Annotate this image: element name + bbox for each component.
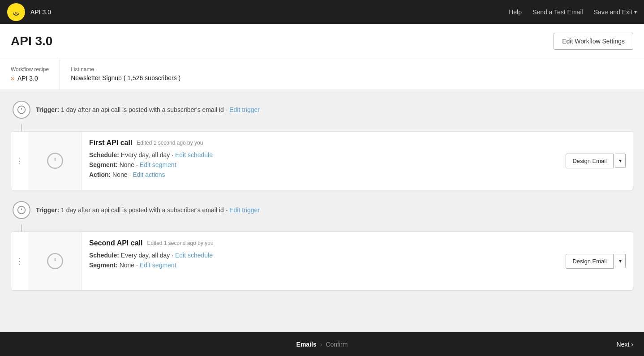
trigger-text-1: Trigger: 1 day after an api call is post… (36, 106, 260, 113)
card-body-1: First API call Edited 1 second ago by yo… (82, 132, 558, 190)
email-section-1: Trigger: 1 day after an api call is post… (11, 101, 633, 190)
page-header: API 3.0 Edit Workflow Settings (0, 24, 644, 59)
edit-schedule-2-link[interactable]: Edit schedule (175, 252, 213, 259)
edit-segment-1-link[interactable]: Edit segment (140, 161, 176, 168)
connector-1 (21, 124, 22, 131)
workflow-arrows-icon: » (11, 74, 15, 82)
card-thumbnail-2 (28, 232, 82, 290)
step-confirm[interactable]: Confirm (326, 341, 348, 348)
design-email-1-dropdown[interactable]: ▾ (615, 154, 626, 168)
card-actions-2: Design Email ▾ (558, 232, 633, 290)
trigger-row-2: Trigger: 1 day after an api call is post… (13, 201, 633, 219)
svg-point-2 (15, 12, 16, 13)
list-name-label: List name (71, 66, 180, 73)
list-name-section: List name Newsletter Signup ( 1,526 subs… (60, 59, 191, 90)
edit-actions-1-link[interactable]: Edit actions (133, 171, 165, 178)
top-nav: API 3.0 Help Send a Test Email Save and … (0, 0, 644, 24)
list-name-value: Newsletter Signup ( 1,526 subscribers ) (71, 74, 180, 81)
chevron-down-icon: ▾ (634, 9, 637, 15)
step-emails[interactable]: Emails (296, 341, 317, 348)
edit-trigger-2-link[interactable]: Edit trigger (229, 206, 260, 214)
design-email-1-button[interactable]: Design Email (566, 154, 614, 168)
card-2-title: Second API call (89, 239, 142, 247)
page-title: API 3.0 (11, 34, 52, 48)
edit-segment-2-link[interactable]: Edit segment (140, 262, 176, 269)
drag-handle-2[interactable]: ⋮ (11, 232, 28, 290)
edit-workflow-settings-button[interactable]: Edit Workflow Settings (554, 33, 633, 50)
card-thumbnail-1 (28, 132, 82, 190)
email-card-1: ⋮ First API call Edited 1 second ago by … (11, 131, 633, 190)
help-link[interactable]: Help (509, 9, 522, 16)
trigger-text-2: Trigger: 1 day after an api call is post… (36, 206, 260, 214)
drag-handle-1[interactable]: ⋮ (11, 132, 28, 190)
email-section-2: Trigger: 1 day after an api call is post… (11, 201, 633, 291)
trigger-row-1: Trigger: 1 day after an api call is post… (13, 101, 633, 119)
send-test-email-link[interactable]: Send a Test Email (532, 9, 583, 16)
card-1-edited: Edited 1 second ago by you (137, 140, 203, 146)
card-actions-1: Design Email ▾ (558, 132, 633, 190)
bottom-bar: Emails › Confirm Next › (0, 332, 644, 356)
card-2-schedule: Schedule: Every day, all day · Edit sche… (89, 252, 551, 259)
save-exit-button[interactable]: Save and Exit ▾ (594, 9, 637, 16)
svg-point-1 (13, 10, 19, 15)
nav-title: API 3.0 (30, 9, 51, 16)
main-content: Trigger: 1 day after an api call is post… (0, 90, 644, 356)
card-title-row-2: Second API call Edited 1 second ago by y… (89, 239, 551, 247)
bottom-nav-steps: Emails › Confirm (296, 341, 348, 348)
app-logo (7, 3, 25, 21)
svg-point-3 (17, 12, 17, 13)
next-chevron-icon: › (631, 341, 633, 348)
card-2-edited: Edited 1 second ago by you (147, 240, 213, 246)
workflow-recipe-value: » API 3.0 (11, 74, 49, 82)
design-email-2-dropdown[interactable]: ▾ (615, 254, 626, 268)
card-1-title: First API call (89, 139, 132, 147)
trigger-icon-1 (13, 101, 30, 119)
workflow-recipe-label: Workflow recipe (11, 66, 49, 73)
connector-2 (21, 224, 22, 232)
card-1-schedule: Schedule: Every day, all day · Edit sche… (89, 151, 551, 159)
card-2-segment: Segment: None · Edit segment (89, 262, 551, 269)
nav-right: Help Send a Test Email Save and Exit ▾ (509, 9, 637, 16)
email-card-2: ⋮ Second API call Edited 1 second ago by… (11, 232, 633, 291)
card-1-action: Action: None · Edit actions (89, 171, 551, 178)
edit-schedule-1-link[interactable]: Edit schedule (175, 151, 213, 159)
step-chevron-icon: › (320, 341, 322, 348)
card-title-row-1: First API call Edited 1 second ago by yo… (89, 139, 551, 147)
design-email-2-button[interactable]: Design Email (566, 254, 614, 269)
edit-trigger-1-link[interactable]: Edit trigger (229, 106, 260, 113)
next-button[interactable]: Next › (617, 341, 633, 348)
card-1-segment: Segment: None · Edit segment (89, 161, 551, 168)
workflow-meta: Workflow recipe » API 3.0 List name News… (0, 59, 644, 90)
card-body-2: Second API call Edited 1 second ago by y… (82, 232, 558, 290)
trigger-icon-2 (13, 201, 30, 219)
workflow-recipe-section: Workflow recipe » API 3.0 (0, 59, 60, 90)
